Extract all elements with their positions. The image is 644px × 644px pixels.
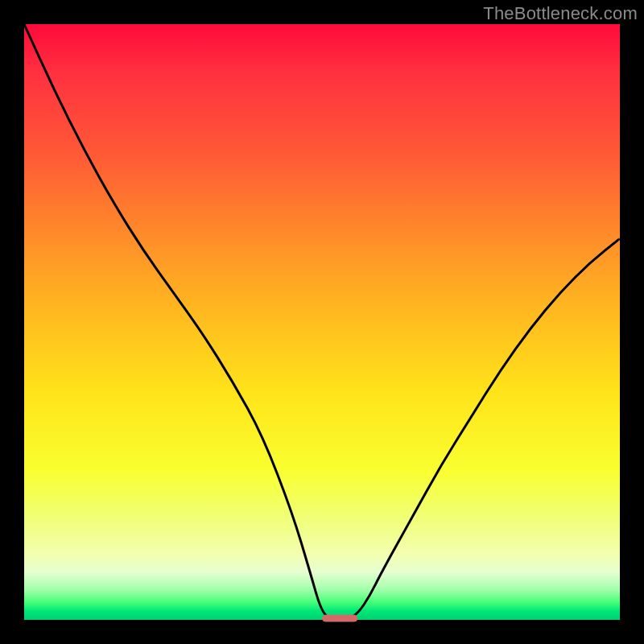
optimum-marker [322, 615, 357, 622]
watermark-text: TheBottleneck.com [483, 3, 638, 24]
chart-frame: TheBottleneck.com [0, 0, 644, 644]
optimum-marker-layer [24, 24, 620, 620]
plot-area [24, 24, 620, 620]
